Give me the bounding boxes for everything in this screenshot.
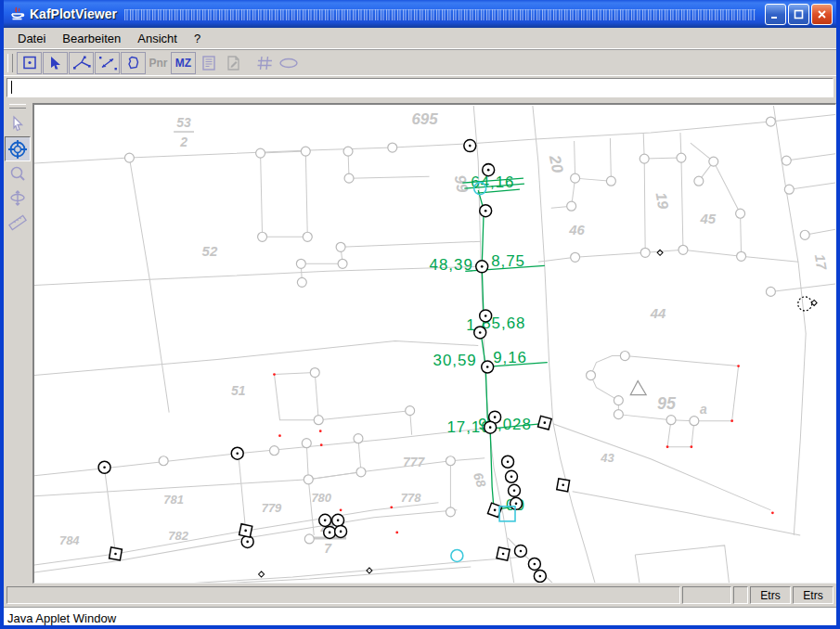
- boundary-point[interactable]: [694, 176, 704, 186]
- boundary-point[interactable]: [303, 232, 312, 241]
- boundary-point[interactable]: [446, 456, 455, 466]
- red-point-marker[interactable]: [320, 443, 323, 446]
- boundary-point[interactable]: [296, 259, 305, 268]
- boundary-point[interactable]: [356, 468, 366, 477]
- boundary-point[interactable]: [766, 117, 775, 126]
- boundary-point[interactable]: [304, 475, 313, 484]
- red-point-marker[interactable]: [319, 430, 322, 432]
- boundary-point[interactable]: [766, 287, 775, 296]
- boundary-point[interactable]: [800, 230, 809, 239]
- zoom-tool-button[interactable]: [6, 162, 30, 186]
- pan-globe-tool-button[interactable]: [5, 136, 31, 161]
- polygon-area-button[interactable]: [121, 52, 146, 74]
- coordinate-input[interactable]: [6, 78, 834, 97]
- palette-grip[interactable]: [9, 104, 26, 109]
- globe-crosshair-icon: [7, 139, 28, 160]
- boundary-point[interactable]: [258, 232, 267, 241]
- red-point-marker[interactable]: [395, 531, 398, 533]
- protocol-list-button[interactable]: [197, 53, 220, 73]
- mz-toggle-button[interactable]: MZ: [171, 52, 196, 74]
- map-canvas[interactable]: 69552992046194517445195a4377778077977878…: [32, 103, 836, 584]
- boundary-point[interactable]: [571, 173, 580, 183]
- menu-ansicht[interactable]: Ansicht: [129, 30, 186, 47]
- point-mode-button[interactable]: [17, 52, 42, 74]
- boundary-point[interactable]: [736, 209, 745, 218]
- boundary-point[interactable]: [310, 368, 319, 378]
- menu-datei[interactable]: Datei: [9, 30, 54, 47]
- boundary-point[interactable]: [571, 252, 580, 262]
- boundary-point[interactable]: [338, 259, 347, 268]
- ellipse-tool-button[interactable]: [277, 53, 300, 73]
- move-tool-button[interactable]: [6, 186, 30, 210]
- boundary-point[interactable]: [388, 143, 397, 152]
- raster-grid-button[interactable]: [252, 53, 276, 73]
- red-point-marker[interactable]: [666, 445, 669, 448]
- applet-notice-bar: Java Applet Window: [4, 607, 836, 628]
- boundary-point[interactable]: [677, 153, 686, 162]
- red-point-marker[interactable]: [273, 373, 276, 376]
- boundary-point[interactable]: [446, 507, 455, 517]
- close-button[interactable]: [811, 4, 833, 25]
- boundary-point[interactable]: [314, 416, 323, 425]
- ellipse-icon: [278, 55, 300, 71]
- red-point-marker[interactable]: [691, 445, 693, 448]
- boundary-point[interactable]: [256, 148, 265, 158]
- boundary-point[interactable]: [614, 396, 623, 405]
- title-bar[interactable]: KafPlotViewer: [4, 0, 836, 28]
- ruler-tool-button[interactable]: [6, 211, 30, 234]
- boundary-point[interactable]: [709, 157, 718, 166]
- dashed-circle-point[interactable]: [798, 297, 812, 311]
- menu-help[interactable]: ?: [186, 30, 209, 47]
- parcel-number-label: 45: [700, 211, 717, 226]
- boundary-point[interactable]: [614, 410, 623, 419]
- red-point-marker[interactable]: [390, 506, 393, 508]
- boundary-point[interactable]: [159, 456, 168, 466]
- boundary-point[interactable]: [640, 154, 649, 163]
- boundary-point[interactable]: [567, 201, 576, 211]
- maximize-button[interactable]: [788, 4, 809, 25]
- angle-measure-button[interactable]: [69, 52, 94, 74]
- boundary-point[interactable]: [301, 147, 310, 156]
- boundary-point[interactable]: [354, 434, 363, 443]
- boundary-point[interactable]: [304, 534, 314, 544]
- highlighted-point[interactable]: [451, 549, 463, 561]
- boundary-point[interactable]: [336, 242, 345, 251]
- boundary-point[interactable]: [124, 153, 134, 162]
- boundary-point[interactable]: [406, 406, 415, 416]
- boundary-point[interactable]: [784, 185, 794, 194]
- boundary-point[interactable]: [640, 248, 650, 257]
- red-point-marker[interactable]: [730, 419, 733, 422]
- boundary-point[interactable]: [782, 156, 791, 165]
- menu-bearbeiten[interactable]: Bearbeiten: [54, 30, 129, 47]
- crs-button-1[interactable]: Etrs: [750, 586, 791, 604]
- diamond-point-marker[interactable]: [657, 250, 663, 255]
- red-point-marker[interactable]: [340, 508, 342, 511]
- select-tool-button[interactable]: [6, 112, 30, 135]
- red-point-marker[interactable]: [737, 365, 740, 367]
- diamond-point-marker[interactable]: [259, 571, 265, 577]
- minimize-button[interactable]: [765, 4, 786, 25]
- boundary-point[interactable]: [690, 417, 699, 426]
- boundary-point[interactable]: [302, 439, 311, 448]
- boundary-point[interactable]: [343, 147, 353, 156]
- boundary-point[interactable]: [587, 371, 596, 380]
- crs-button-2[interactable]: Etrs: [793, 586, 834, 604]
- distance-measure-button[interactable]: [95, 52, 120, 74]
- parcel-boundary-line: [105, 469, 116, 554]
- boundary-point[interactable]: [737, 251, 746, 261]
- edit-document-button[interactable]: [221, 53, 244, 73]
- boundary-point[interactable]: [270, 446, 279, 456]
- toolbar-grip[interactable]: [7, 54, 13, 72]
- parcel-boundary-line: [306, 443, 308, 480]
- pnr-toggle-button[interactable]: Pnr: [147, 53, 170, 73]
- boundary-point[interactable]: [606, 176, 615, 186]
- measured-point-dot: [494, 416, 497, 418]
- boundary-point[interactable]: [297, 277, 306, 287]
- boundary-point[interactable]: [666, 416, 676, 425]
- boundary-point[interactable]: [678, 245, 688, 254]
- red-point-marker[interactable]: [771, 511, 774, 514]
- red-point-marker[interactable]: [278, 434, 281, 437]
- select-mode-button[interactable]: [43, 52, 68, 74]
- boundary-point[interactable]: [344, 173, 354, 183]
- boundary-point[interactable]: [620, 352, 629, 361]
